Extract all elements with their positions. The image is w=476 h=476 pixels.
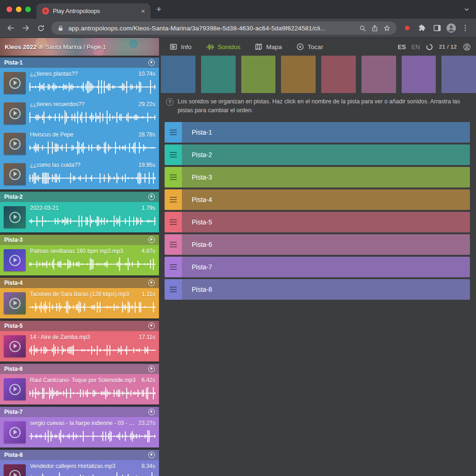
drag-handle[interactable] — [165, 234, 182, 255]
track-row[interactable]: Pista-4 — [165, 189, 470, 210]
track-row[interactable]: Pista-5 — [165, 212, 470, 232]
track-row-body[interactable]: Pista-8 — [182, 279, 470, 300]
track-header[interactable]: Pista-6 — [0, 364, 159, 374]
drag-handle[interactable] — [165, 257, 182, 277]
clip-thumbnail[interactable] — [4, 72, 26, 94]
browser-menu-dots-icon[interactable] — [458, 21, 472, 35]
track-play-icon[interactable] — [148, 452, 155, 458]
clip-thumbnail[interactable] — [4, 206, 26, 228]
track-color-swatch[interactable] — [241, 56, 276, 93]
track-row[interactable]: Pista-7 — [165, 257, 470, 277]
tab-close-icon[interactable]: × — [139, 7, 147, 15]
sound-clip[interactable]: Vendedor callejero Hortalizas.mp38.34s — [0, 460, 159, 476]
track-play-icon[interactable] — [148, 194, 155, 200]
track-row[interactable]: Pista-8 — [165, 279, 470, 300]
breadcrumb[interactable]: Kleos 2022 // Santa Marina / Pepe 1 — [0, 38, 159, 56]
track-row[interactable]: Pista-2 — [165, 144, 470, 165]
reload-icon[interactable] — [34, 21, 48, 35]
sound-clip[interactable]: 2022-03-211.79s — [0, 202, 159, 232]
drag-handle[interactable] — [165, 144, 182, 165]
fullscreen-window-button[interactable] — [25, 7, 31, 12]
track-row[interactable]: Pista-1 — [165, 122, 470, 143]
track-color-swatch[interactable] — [281, 56, 316, 93]
sound-clip[interactable]: ¿¿tienes recuerdos??29.22s — [0, 98, 159, 129]
drag-handle[interactable] — [165, 167, 182, 188]
browser-profile-avatar[interactable] — [445, 22, 457, 34]
sound-clip[interactable]: Hiviscus de Pepe28.78s — [0, 129, 159, 159]
track-row-body[interactable]: Pista-7 — [182, 257, 470, 277]
track-header[interactable]: Pista-5 — [0, 321, 159, 331]
sound-clip[interactable]: Raul Cantizano- Toque por Solenoide.mp36… — [0, 374, 159, 404]
clip-thumbnail[interactable] — [4, 133, 26, 155]
share-icon[interactable] — [371, 24, 379, 32]
clip-thumbnail[interactable] — [4, 421, 26, 443]
bookmark-star-icon[interactable] — [383, 24, 391, 32]
track-row-body[interactable]: Pista-4 — [182, 189, 470, 210]
sound-clip[interactable]: 14 - Aire de Zamba.mp317.11s — [0, 331, 159, 361]
lang-es-button[interactable]: ES — [398, 43, 406, 50]
track-play-icon[interactable] — [148, 323, 155, 329]
clip-thumbnail[interactable] — [4, 378, 26, 400]
track-row-body[interactable]: Pista-1 — [182, 122, 470, 143]
tab-search-chevron-icon[interactable] — [463, 6, 470, 13]
account-icon[interactable] — [462, 43, 471, 51]
side-panel-icon[interactable] — [430, 21, 444, 35]
sound-clip[interactable]: ¿¿como las cuida??19.95s — [0, 159, 159, 189]
clip-thumbnail[interactable] — [4, 163, 26, 185]
address-bar[interactable]: app.antropoloops.com/Kleos-Santa-Marina/… — [51, 22, 397, 35]
track-color-swatch[interactable] — [201, 56, 236, 93]
browser-tab[interactable]: Play Antropoloops × — [36, 3, 151, 19]
track-row[interactable]: Pista-6 — [165, 234, 470, 255]
nav-tab-info[interactable]: Info — [169, 43, 192, 51]
sound-clip[interactable]: Palmas sevillanas 160 bpm mp3.mp34.87s — [0, 245, 159, 275]
track-header[interactable]: Pista-4 — [0, 278, 159, 288]
drag-handle[interactable] — [165, 212, 182, 232]
forward-icon[interactable] — [19, 21, 33, 35]
track-row-body[interactable]: Pista-5 — [182, 212, 470, 232]
track-row[interactable]: Pista-3 — [165, 167, 470, 188]
clip-name: ¿¿como las cuida?? — [30, 162, 80, 168]
sound-clip[interactable]: sergio cuevas - la harpe indienne - 03 -… — [0, 417, 159, 447]
sound-clip[interactable]: Taconeo de Sara Baras (128 kbps).mp31.11… — [0, 288, 159, 318]
sound-clip[interactable]: ¿¿tienes plantas??10.74s — [0, 68, 159, 98]
track-header[interactable]: Pista-1 — [0, 58, 159, 68]
track-header[interactable]: Pista-2 — [0, 192, 159, 202]
track-row-body[interactable]: Pista-2 — [182, 144, 470, 165]
clip-thumbnail[interactable] — [4, 292, 26, 314]
nav-tab-mapa[interactable]: Mapa — [254, 43, 282, 51]
track-color-swatch[interactable] — [361, 56, 396, 93]
new-tab-button[interactable]: + — [156, 5, 161, 14]
track-color-swatch[interactable] — [402, 56, 436, 93]
track-play-icon[interactable] — [148, 366, 155, 372]
minimize-window-button[interactable] — [16, 7, 22, 12]
clip-thumbnail[interactable] — [4, 249, 26, 271]
track-color-swatch[interactable] — [161, 56, 195, 93]
drag-handle[interactable] — [165, 279, 182, 300]
extensions-puzzle-icon[interactable] — [415, 21, 429, 35]
track-color-swatch[interactable] — [441, 56, 476, 93]
clip-thumbnail[interactable] — [4, 102, 26, 124]
track-play-icon[interactable] — [148, 280, 155, 286]
track-header[interactable]: Pista-7 — [0, 407, 159, 417]
track-play-icon[interactable] — [148, 59, 155, 66]
track-header[interactable]: Pista-3 — [0, 235, 159, 245]
record-extension-icon[interactable] — [400, 21, 414, 35]
track-row-body[interactable]: Pista-6 — [182, 234, 470, 255]
track-row-body[interactable]: Pista-3 — [182, 167, 470, 188]
clip-name: Taconeo de Sara Baras (128 kbps).mp3 — [30, 291, 129, 297]
drag-handle[interactable] — [165, 122, 182, 143]
lang-en-button[interactable]: EN — [411, 43, 420, 50]
close-window-button[interactable] — [7, 7, 12, 12]
track-header[interactable]: Pista-8 — [0, 450, 159, 460]
track-play-icon[interactable] — [148, 237, 155, 243]
drag-handle[interactable] — [165, 189, 182, 210]
track-play-icon[interactable] — [148, 409, 155, 415]
clip-thumbnail[interactable] — [4, 464, 26, 476]
track-color-swatch[interactable] — [321, 56, 356, 93]
clip-thumbnail[interactable] — [4, 335, 26, 357]
nav-tab-sonidos[interactable]: Sonidos — [206, 43, 241, 51]
nav-tab-tocar[interactable]: Tocar — [296, 43, 323, 51]
back-icon[interactable] — [4, 21, 18, 35]
url-text[interactable]: app.antropoloops.com/Kleos-Santa-Marina/… — [68, 25, 354, 32]
zoom-icon[interactable] — [359, 24, 367, 32]
